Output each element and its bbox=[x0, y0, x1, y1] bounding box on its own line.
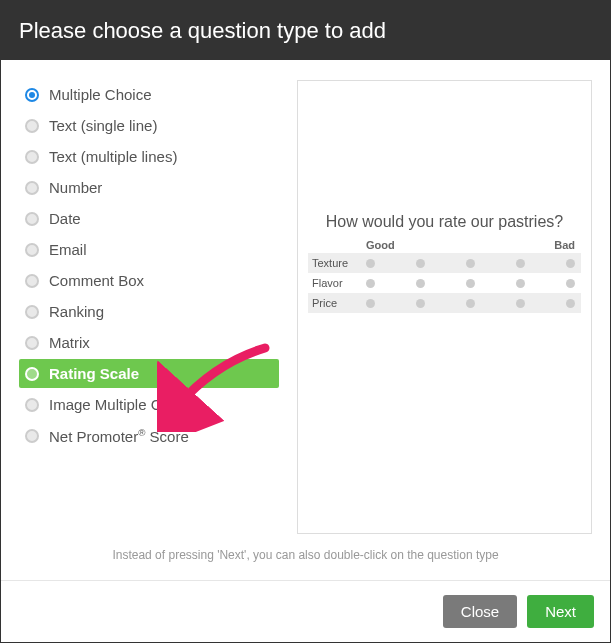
radio-icon bbox=[25, 181, 39, 195]
rating-dot[interactable] bbox=[366, 299, 375, 308]
next-button[interactable]: Next bbox=[527, 595, 594, 628]
modal-body: Multiple ChoiceText (single line)Text (m… bbox=[1, 60, 610, 534]
preview-question-title: How would you rate our pastries? bbox=[308, 213, 581, 231]
radio-icon bbox=[25, 305, 39, 319]
type-item-label: Number bbox=[49, 179, 102, 196]
type-item-label: Matrix bbox=[49, 334, 90, 351]
type-item[interactable]: Email bbox=[19, 235, 279, 264]
question-type-list: Multiple ChoiceText (single line)Text (m… bbox=[19, 80, 279, 534]
rating-row-label: Price bbox=[308, 297, 360, 309]
rating-row-dots bbox=[360, 299, 581, 308]
radio-icon bbox=[25, 212, 39, 226]
type-item[interactable]: Matrix bbox=[19, 328, 279, 357]
radio-icon bbox=[25, 150, 39, 164]
rating-row: Price bbox=[308, 293, 581, 313]
rating-dot[interactable] bbox=[416, 279, 425, 288]
type-item-label: Rating Scale bbox=[49, 365, 139, 382]
modal-header: Please choose a question type to add bbox=[1, 4, 610, 60]
type-item-label: Text (single line) bbox=[49, 117, 157, 134]
modal-footer: Close Next bbox=[1, 580, 610, 642]
radio-icon bbox=[25, 367, 39, 381]
rating-scale-header: Good Bad bbox=[308, 237, 581, 253]
radio-icon bbox=[25, 119, 39, 133]
hint-text: Instead of pressing 'Next', you can also… bbox=[1, 534, 610, 580]
question-type-modal: Please choose a question type to add Mul… bbox=[0, 0, 611, 643]
radio-icon bbox=[25, 88, 39, 102]
rating-dot[interactable] bbox=[566, 279, 575, 288]
type-item[interactable]: Net Promoter® Score bbox=[19, 421, 279, 451]
rating-dot[interactable] bbox=[366, 259, 375, 268]
rating-row: Flavor bbox=[308, 273, 581, 293]
type-item[interactable]: Number bbox=[19, 173, 279, 202]
radio-icon bbox=[25, 274, 39, 288]
rating-dot[interactable] bbox=[466, 279, 475, 288]
rating-dot[interactable] bbox=[566, 299, 575, 308]
rating-dot[interactable] bbox=[416, 259, 425, 268]
modal-title: Please choose a question type to add bbox=[19, 18, 386, 43]
type-item-label: Text (multiple lines) bbox=[49, 148, 177, 165]
type-item[interactable]: Comment Box bbox=[19, 266, 279, 295]
type-item[interactable]: Text (single line) bbox=[19, 111, 279, 140]
type-item[interactable]: Date bbox=[19, 204, 279, 233]
rating-dot[interactable] bbox=[516, 299, 525, 308]
type-item[interactable]: Rating Scale bbox=[19, 359, 279, 388]
rating-row: Texture bbox=[308, 253, 581, 273]
radio-icon bbox=[25, 429, 39, 443]
rating-dot[interactable] bbox=[366, 279, 375, 288]
rating-dot[interactable] bbox=[466, 259, 475, 268]
rating-row-dots bbox=[360, 259, 581, 268]
radio-icon bbox=[25, 336, 39, 350]
type-item-label: Date bbox=[49, 210, 81, 227]
type-item[interactable]: Ranking bbox=[19, 297, 279, 326]
preview-pane: How would you rate our pastries? Good Ba… bbox=[297, 80, 592, 534]
scale-left-label: Good bbox=[366, 239, 395, 251]
rating-row-label: Flavor bbox=[308, 277, 360, 289]
rating-dot[interactable] bbox=[466, 299, 475, 308]
type-item[interactable]: Image Multiple Choice bbox=[19, 390, 279, 419]
type-item-label: Comment Box bbox=[49, 272, 144, 289]
preview-content: How would you rate our pastries? Good Ba… bbox=[308, 213, 581, 313]
rating-row-dots bbox=[360, 279, 581, 288]
type-item-label: Email bbox=[49, 241, 87, 258]
rating-dot[interactable] bbox=[516, 279, 525, 288]
rating-dot[interactable] bbox=[566, 259, 575, 268]
type-item-label: Net Promoter® Score bbox=[49, 427, 189, 445]
type-item[interactable]: Multiple Choice bbox=[19, 80, 279, 109]
rating-dot[interactable] bbox=[516, 259, 525, 268]
scale-right-label: Bad bbox=[554, 239, 575, 251]
rating-table: Good Bad TextureFlavorPrice bbox=[308, 237, 581, 313]
radio-icon bbox=[25, 243, 39, 257]
close-button[interactable]: Close bbox=[443, 595, 517, 628]
rating-dot[interactable] bbox=[416, 299, 425, 308]
type-item-label: Multiple Choice bbox=[49, 86, 152, 103]
type-item-label: Image Multiple Choice bbox=[49, 396, 197, 413]
radio-icon bbox=[25, 398, 39, 412]
type-item[interactable]: Text (multiple lines) bbox=[19, 142, 279, 171]
type-item-label: Ranking bbox=[49, 303, 104, 320]
rating-row-label: Texture bbox=[308, 257, 360, 269]
